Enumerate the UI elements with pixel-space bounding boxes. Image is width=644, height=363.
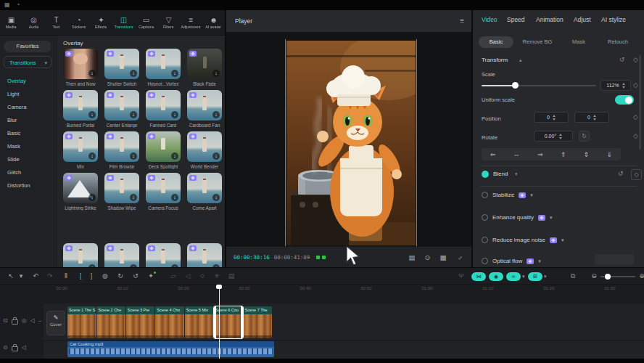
preview-axis-toggle-button[interactable]: ⊞ (528, 272, 542, 281)
align-top-icon[interactable]: ⇑ (561, 151, 566, 158)
tab-speed[interactable]: Speed (507, 16, 525, 23)
reset-icon[interactable]: ↺ (618, 170, 624, 177)
position-x-field[interactable]: 0 (534, 112, 569, 123)
ribbon-tab-captions[interactable]: ▭Captions (135, 10, 157, 35)
uniform-scale-toggle[interactable] (615, 95, 634, 105)
collapse-track-icon[interactable]: – (38, 317, 41, 324)
rotate-clip-icon[interactable]: ↻ (115, 268, 125, 285)
chevron-down-icon[interactable]: ▾ (522, 268, 525, 285)
transition-card-item[interactable]: ↓ (187, 243, 222, 267)
delete-left-icon[interactable]: [ (75, 268, 86, 285)
playhead[interactable] (219, 285, 220, 359)
reverse-icon[interactable]: ↺ (131, 268, 141, 285)
reduce-image-noise-checkbox[interactable] (482, 237, 488, 243)
category-overlay[interactable]: Overlay (7, 78, 26, 84)
download-icon[interactable]: ↓ (88, 194, 96, 201)
inspector-scrollbar[interactable] (639, 55, 641, 150)
chevron-down-icon[interactable]: ▾ (544, 268, 547, 285)
rotate-value-field[interactable]: 0.00° (534, 131, 573, 142)
timeline-ruler[interactable]: 00:0000:1000:2000:3000:4000:5001:0001:10… (44, 285, 644, 295)
edit-cover-button[interactable]: ✎ Cover (46, 311, 65, 335)
split-icon[interactable]: Ⅱ (61, 268, 71, 285)
transition-card-cardboard-fan[interactable]: ↓Cardboard Fan (187, 90, 222, 128)
snapping-toggle-button[interactable]: ◉ (489, 272, 503, 281)
scale-value-field[interactable]: 112% (600, 80, 631, 91)
subtab-basic[interactable]: Basic (479, 36, 513, 48)
download-icon[interactable]: ↓ (88, 70, 96, 77)
transition-card-black-fade[interactable]: ↓Black Fade (187, 49, 222, 86)
chevron-down-icon[interactable]: ▾ (538, 258, 541, 264)
transition-card-burned-portal[interactable]: ↓Burned Portal (63, 90, 98, 128)
ribbon-tab-adjustment[interactable]: ≡Adjustment (180, 10, 202, 35)
download-icon[interactable]: ↓ (88, 152, 96, 160)
category-light[interactable]: Light (7, 91, 19, 97)
lock-track-icon[interactable] (12, 346, 18, 351)
timeline-zoom-knob[interactable] (605, 274, 611, 280)
caption-tool-icon[interactable]: ▤ (226, 268, 236, 285)
keyframe-icon[interactable]: ◇ (633, 81, 638, 89)
chevron-down-icon[interactable]: ▾ (561, 237, 564, 243)
category-mask[interactable]: Mask (7, 143, 20, 150)
download-icon[interactable]: ↓ (171, 111, 178, 118)
record-voiceover-icon[interactable]: Ψ (455, 268, 467, 285)
clip-scene-3-pre[interactable]: Scene 3 Pre (126, 306, 154, 338)
transition-card-item[interactable]: ↓ (146, 243, 181, 267)
category-blur[interactable]: Blur (7, 117, 17, 123)
clip-scene-4-cho[interactable]: Scene 4 Cho (155, 306, 183, 338)
ribbon-tab-text[interactable]: TText (45, 10, 67, 35)
transition-card-film-browse[interactable]: ↓Film Browse (104, 131, 139, 169)
mask-tool-icon[interactable]: ▱ (168, 268, 178, 285)
align-bottom-icon[interactable]: ⇓ (606, 151, 612, 158)
playhead-handle[interactable] (216, 285, 222, 289)
undo-icon[interactable]: ↶ (30, 268, 41, 285)
redo-icon[interactable]: ↷ (45, 268, 55, 285)
download-icon[interactable]: ↓ (212, 111, 220, 118)
download-icon[interactable]: ↓ (130, 70, 137, 77)
transition-card-then-and-now[interactable]: ↓Then and Now (63, 49, 98, 86)
download-icon[interactable]: ↓ (212, 152, 220, 160)
freeze-icon[interactable]: ◍ (100, 268, 110, 285)
linking-toggle-button[interactable]: ∞ (506, 272, 521, 281)
ribbon-tab-audio[interactable]: ◎Audio (22, 10, 45, 35)
download-icon[interactable]: ↓ (130, 152, 137, 160)
keyframe-icon[interactable]: ◇ (631, 169, 642, 180)
player-menu-icon[interactable]: ≡ (460, 10, 464, 32)
track-thumbnail-icon[interactable]: ⊡ (3, 317, 8, 324)
align-center-horizontal-icon[interactable]: ⇔ (513, 151, 520, 158)
transition-card-hypnot-vortex[interactable]: ↓Hypnot...Vortex (146, 49, 181, 86)
clip-scene-2-che[interactable]: Scene 2 Che (96, 306, 125, 338)
zoom-out-icon[interactable]: ⊖ (589, 268, 599, 285)
keyframe-icon[interactable]: ◇ (633, 113, 638, 121)
keyframe-icon[interactable]: ◇ (633, 132, 638, 139)
video-preview-frame[interactable] (286, 41, 416, 245)
download-icon[interactable]: ↓ (171, 152, 178, 160)
fullscreen-icon[interactable]: ⇔ (456, 253, 463, 261)
hide-track-icon[interactable]: ◎ (22, 317, 27, 324)
snapshot-icon[interactable]: ⊙ (425, 253, 431, 261)
tab-ai-stylize[interactable]: AI stylize (601, 16, 626, 23)
category-basic[interactable]: Basic (7, 130, 20, 136)
enhance-quality-checkbox[interactable] (482, 214, 488, 221)
transition-card-mix[interactable]: ↓Mix (63, 131, 98, 169)
grid-view-icon[interactable]: ▦ (440, 253, 447, 261)
transition-card-come-apart[interactable]: ↓Come Apart (187, 173, 222, 211)
optical-flow-quality-button[interactable] (595, 254, 634, 265)
optical-flow-checkbox[interactable] (482, 258, 488, 264)
rotate-dial-icon[interactable]: ↻ (579, 131, 590, 142)
clock-icon[interactable]: ◔ (17, 1, 20, 9)
stabilize-checkbox[interactable] (482, 192, 488, 198)
clip-scene-7-the[interactable]: Scene 7 The (244, 306, 272, 338)
chevron-down-icon[interactable]: ▾ (550, 215, 553, 221)
audio-clip[interactable]: Cat Cooking.mp3 (67, 341, 274, 357)
ribbon-tab-media[interactable]: ▣Media (0, 10, 22, 35)
subtab-remove-bg[interactable]: Remove BG (516, 36, 558, 48)
category-camera[interactable]: Camera (7, 104, 27, 110)
screen-mirror-icon[interactable]: ⧉ (567, 268, 579, 285)
align-middle-icon[interactable]: ⇕ (584, 151, 590, 158)
ribbon-tab-stickers[interactable]: ◔Stickers (67, 10, 90, 35)
transition-card-item[interactable]: ↓ (104, 243, 139, 267)
tab-adjust[interactable]: Adjust (574, 16, 591, 23)
portrait-tool-icon[interactable]: ☺ (197, 268, 207, 285)
grid-icon[interactable]: ▦ (4, 1, 10, 9)
stepper-icon[interactable] (553, 115, 556, 121)
